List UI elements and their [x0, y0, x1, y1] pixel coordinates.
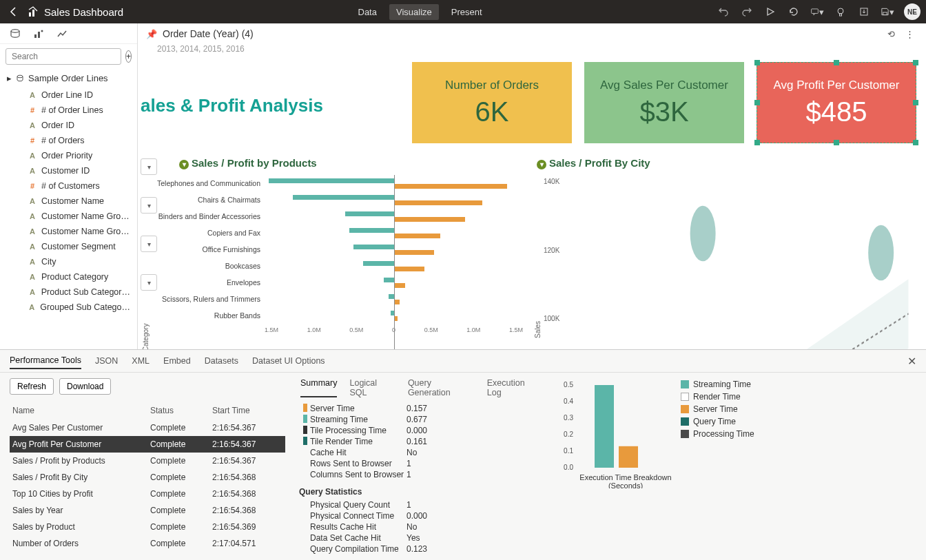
svg-rect-1 [32, 10, 34, 17]
dataset-root[interactable]: ▸ Sample Order Lines [0, 69, 137, 87]
perf-tab-datasets[interactable]: Datasets [205, 353, 238, 369]
filter-icon[interactable]: ▾ [537, 160, 546, 169]
viz-icon[interactable] [33, 29, 44, 39]
search-input[interactable] [6, 48, 121, 65]
svg-text:0.5: 0.5 [564, 381, 573, 388]
table-row[interactable]: Sales / Profit By CityComplete2:16:54.36… [138, 469, 285, 486]
svg-rect-0 [29, 12, 31, 17]
undo-icon[interactable] [717, 5, 730, 19]
subtab-summary[interactable]: Summary [300, 378, 337, 397]
field-item[interactable]: ACustomer Name [0, 194, 137, 209]
svg-rect-54 [619, 446, 638, 468]
table-row[interactable]: Number of OrdersComplete2:17:04.571 [138, 535, 285, 552]
svg-text:Execution Time Breakdown: Execution Time Breakdown [579, 473, 671, 481]
subtab-sql[interactable]: Logical SQL [349, 378, 395, 397]
analytics-icon[interactable] [56, 29, 68, 39]
table-row[interactable]: Avg Profit Per CustomerComplete2:16:54.3… [138, 436, 285, 453]
subtab-execlog[interactable]: Execution Log [487, 378, 540, 397]
svg-rect-2 [812, 9, 819, 14]
dashboard-icon [28, 6, 40, 18]
svg-rect-8 [34, 34, 37, 38]
bulb-icon[interactable] [834, 5, 847, 19]
field-item[interactable]: ACustomer ID [0, 163, 137, 178]
field-item[interactable]: AOrder Line ID [0, 87, 137, 103]
svg-rect-9 [38, 32, 40, 38]
mode-data[interactable]: Data [351, 4, 384, 20]
field-item[interactable]: AOrder ID [0, 118, 137, 133]
user-avatar[interactable]: NE [904, 3, 920, 20]
page-title: ales & Profit Analysis [141, 90, 323, 116]
more-icon[interactable]: ⋮ [905, 29, 918, 39]
svg-point-13 [868, 225, 894, 281]
svg-point-12 [690, 206, 716, 262]
filter-bar: 📌 Order Date (Year) (4) ⟲ ⋮ [138, 23, 926, 44]
svg-text:0.2: 0.2 [564, 431, 573, 438]
svg-text:0.1: 0.1 [564, 447, 573, 455]
save-icon[interactable]: ▾ [881, 5, 894, 19]
data-elements-icon[interactable] [10, 29, 21, 39]
kpi-avg-sales[interactable]: Avg Sales Per Customer $3K [584, 62, 744, 143]
table-row[interactable]: Top 10 Cities by ProfitComplete2:16:54.3… [138, 486, 285, 502]
field-item[interactable]: ACustomer Name Gro… [0, 224, 137, 239]
filter-chip[interactable]: Order Date (Year) (4) [163, 28, 254, 39]
table-row[interactable]: Avg Sales Per CustomerComplete2:16:54.36… [138, 419, 285, 436]
filter-values: 2013, 2014, 2015, 2016 [138, 44, 926, 56]
svg-rect-6 [883, 12, 887, 15]
refresh-icon[interactable] [787, 5, 801, 19]
svg-point-10 [41, 30, 43, 32]
redo-icon[interactable] [740, 5, 754, 19]
svg-point-7 [11, 29, 19, 32]
performance-panel: Performance Tools JSON XML Embed Dataset… [138, 349, 926, 560]
field-item[interactable]: ACustomer Segment [0, 239, 137, 254]
kpi-avg-profit[interactable]: Avg Profit Per Customer $485 [757, 62, 916, 143]
svg-rect-4 [840, 14, 842, 16]
filter-icon[interactable]: ▾ [179, 160, 189, 169]
perf-table[interactable]: Name Status Start Time Avg Sales Per Cus… [138, 402, 285, 552]
field-item[interactable]: AOrder Priority [0, 148, 137, 163]
field-item[interactable]: ## of Customers [0, 178, 137, 194]
table-row[interactable]: Sales by ProductComplete2:16:54.369 [138, 519, 285, 535]
filter-dropdown[interactable]: ▾ [141, 158, 157, 175]
close-perf-icon[interactable]: ✕ [907, 355, 916, 368]
field-item[interactable]: ACity [0, 254, 137, 269]
breakdown-chart: 0.50.40.30.20.10.0Execution Time Breakdo… [543, 373, 926, 560]
mode-present[interactable]: Present [444, 4, 489, 20]
field-item[interactable]: ## of Order Lines [0, 103, 137, 118]
subtab-querygen[interactable]: Query Generation [408, 378, 475, 397]
svg-point-3 [838, 8, 843, 14]
field-item[interactable]: AProduct Sub Categor… [0, 284, 137, 300]
pin-icon[interactable]: 📌 [146, 29, 157, 39]
perf-tab-embed[interactable]: Embed [163, 353, 191, 369]
field-item[interactable]: ACustomer Name Gro… [0, 209, 137, 224]
field-item[interactable]: AProduct Category [0, 269, 137, 284]
svg-text:0.3: 0.3 [564, 414, 573, 422]
topbar: Sales Dashboard Data Visualize Present ▾… [0, 0, 926, 23]
svg-point-11 [17, 75, 23, 78]
perf-tab-xml[interactable]: XML [138, 353, 150, 369]
svg-text:0.0: 0.0 [564, 464, 573, 471]
mode-visualize[interactable]: Visualize [389, 4, 439, 20]
export-icon[interactable] [857, 5, 871, 19]
table-row[interactable]: Sales / Profit by ProductsComplete2:16:5… [138, 453, 285, 469]
back-button[interactable] [6, 6, 22, 17]
auto-insights-icon[interactable]: ⟲ [887, 29, 900, 39]
field-item[interactable]: ## of Orders [0, 133, 137, 148]
svg-rect-53 [595, 385, 614, 468]
add-data-button[interactable]: + [125, 50, 132, 63]
comment-icon[interactable]: ▾ [810, 5, 824, 19]
play-icon[interactable] [763, 5, 777, 19]
workbook-title: Sales Dashboard [44, 6, 123, 18]
kpi-orders[interactable]: Number of Orders 6K [412, 62, 572, 143]
svg-text:(Seconds): (Seconds) [608, 481, 643, 488]
field-item[interactable]: AGrouped Sub Catego… [0, 300, 137, 315]
table-row[interactable]: Sales by YearComplete2:16:54.368 [138, 502, 285, 519]
svg-text:0.4: 0.4 [564, 397, 573, 405]
perf-tab-ui-options[interactable]: Dataset UI Options [252, 353, 325, 369]
